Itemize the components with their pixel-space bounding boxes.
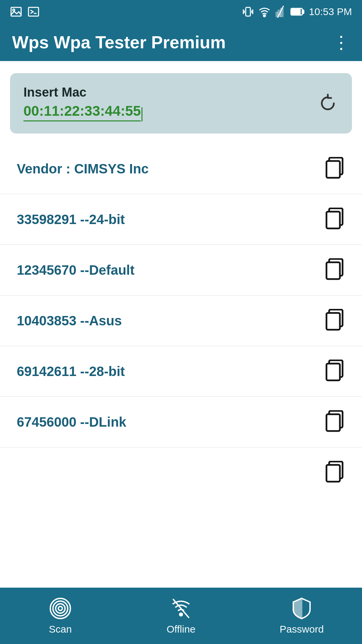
svg-rect-22 — [326, 262, 340, 279]
list-item: 10403853 --Asus — [0, 296, 362, 346]
list-item-text: 12345670 --Default — [17, 263, 134, 278]
more-menu-button[interactable]: ⋮ — [333, 32, 350, 52]
svg-rect-28 — [326, 414, 340, 431]
password-icon-wrap — [290, 597, 313, 620]
copy-icon-6 — [324, 410, 345, 434]
terminal-icon — [27, 6, 40, 18]
mac-input-card: Insert Mac 00:11:22:33:44:55 — [10, 73, 352, 133]
refresh-icon — [317, 93, 339, 114]
offline-icon — [169, 597, 193, 620]
svg-point-9 — [263, 15, 265, 17]
svg-rect-0 — [11, 7, 21, 16]
svg-point-31 — [58, 606, 62, 610]
copy-button-4[interactable] — [324, 309, 345, 332]
scan-icon — [49, 597, 72, 620]
copy-button-5[interactable] — [324, 360, 345, 383]
list-item-text: 33598291 --24-bit — [17, 212, 125, 227]
copy-icon-1 — [324, 157, 345, 180]
svg-rect-18 — [326, 161, 340, 178]
app-bar: Wps Wpa Tester Premium ⋮ — [0, 23, 362, 61]
svg-point-1 — [13, 9, 15, 11]
list-item-text: 69142611 --28-bit — [17, 364, 125, 379]
nav-item-password[interactable]: Password — [241, 597, 362, 635]
list-item: Vendor : CIMSYS Inc — [0, 144, 362, 194]
wifi-icon — [258, 6, 271, 18]
list-item: 67456000 --DLink — [0, 397, 362, 447]
app-title: Wps Wpa Tester Premium — [12, 32, 226, 52]
vibrate-icon — [243, 6, 253, 18]
offline-icon-wrap — [169, 597, 193, 620]
bottom-nav: Scan Offline Password — [0, 588, 362, 644]
svg-point-32 — [56, 604, 65, 613]
copy-icon-5 — [324, 360, 345, 383]
list-item-text: 10403853 --Asus — [17, 313, 122, 328]
copy-button-3[interactable] — [324, 258, 345, 282]
scan-icon-wrap — [49, 597, 72, 620]
signal-icon — [276, 6, 286, 18]
mac-value-display: 00:11:22:33:44:55 — [23, 103, 317, 121]
results-list: Vendor : CIMSYS Inc 33598291 --24-bit 12… — [0, 144, 362, 491]
mac-input-area: Insert Mac 00:11:22:33:44:55 — [23, 85, 317, 121]
status-bar: 10:53 PM — [0, 0, 362, 23]
copy-button-2[interactable] — [324, 208, 345, 231]
svg-rect-24 — [326, 313, 340, 330]
svg-rect-30 — [326, 465, 340, 482]
list-item-partial — [0, 447, 362, 491]
svg-rect-10 — [276, 12, 278, 16]
mac-cursor — [141, 107, 142, 121]
copy-icon-4 — [324, 309, 345, 332]
password-label: Password — [280, 624, 324, 635]
copy-icon-7 — [324, 461, 345, 484]
copy-icon-2 — [324, 208, 345, 231]
list-item-text: Vendor : CIMSYS Inc — [17, 161, 148, 176]
status-time: 10:53 PM — [309, 6, 352, 17]
copy-button-7[interactable] — [324, 461, 345, 484]
status-bar-left — [10, 6, 40, 18]
nav-item-scan[interactable]: Scan — [0, 597, 121, 635]
offline-label: Offline — [167, 624, 195, 635]
list-item-text: 67456000 --DLink — [17, 415, 126, 430]
battery-icon — [290, 6, 304, 18]
svg-rect-15 — [292, 9, 300, 14]
list-item: 12345670 --Default — [0, 245, 362, 296]
image-icon — [10, 6, 22, 18]
list-item: 69142611 --28-bit — [0, 346, 362, 397]
svg-rect-4 — [246, 7, 250, 16]
mac-label: Insert Mac — [23, 85, 317, 100]
copy-button-1[interactable] — [324, 157, 345, 180]
scan-label: Scan — [49, 624, 72, 635]
mac-value[interactable]: 00:11:22:33:44:55 — [23, 103, 141, 121]
copy-button-6[interactable] — [324, 410, 345, 434]
copy-icon-3 — [324, 258, 345, 282]
svg-point-35 — [180, 613, 182, 616]
password-icon — [290, 597, 313, 620]
list-item: 33598291 --24-bit — [0, 194, 362, 245]
svg-rect-26 — [326, 364, 340, 380]
nav-item-offline[interactable]: Offline — [121, 597, 241, 635]
svg-rect-20 — [326, 212, 340, 228]
svg-rect-16 — [302, 10, 304, 13]
refresh-button[interactable] — [317, 93, 339, 114]
status-bar-right: 10:53 PM — [243, 6, 352, 18]
